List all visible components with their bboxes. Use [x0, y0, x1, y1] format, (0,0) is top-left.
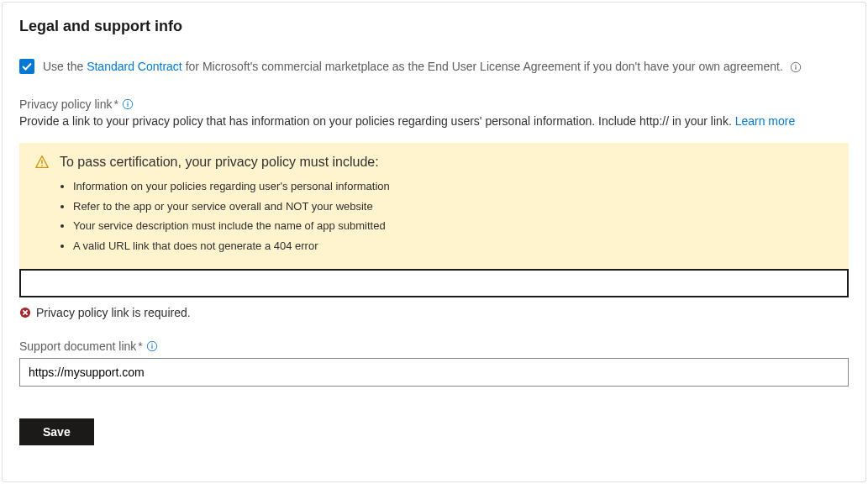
svg-rect-5: [127, 103, 128, 107]
standard-contract-row: Use the Standard Contract for Microsoft'…: [19, 59, 849, 74]
privacy-policy-input[interactable]: [19, 269, 849, 297]
standard-contract-checkbox[interactable]: [19, 59, 34, 74]
section-title: Legal and support info: [19, 18, 849, 35]
support-document-input[interactable]: [19, 358, 849, 387]
info-icon[interactable]: [122, 98, 134, 110]
warning-item: Refer to the app or your service overall…: [73, 198, 834, 215]
svg-point-4: [127, 102, 128, 103]
privacy-policy-required: *: [113, 97, 118, 111]
svg-rect-2: [795, 66, 796, 70]
svg-rect-6: [41, 160, 42, 164]
privacy-policy-error: Privacy policy link is required.: [19, 306, 849, 319]
svg-rect-11: [151, 345, 152, 349]
privacy-policy-label: Privacy policy link *: [19, 97, 849, 111]
standard-contract-prefix: Use the: [43, 60, 87, 73]
svg-point-10: [151, 344, 152, 345]
warning-item: Information on your policies regarding u…: [73, 178, 834, 195]
privacy-policy-description: Provide a link to your privacy policy th…: [19, 114, 849, 128]
warning-icon: [34, 155, 50, 170]
info-icon[interactable]: [790, 61, 802, 73]
checkmark-icon: [22, 61, 32, 71]
error-icon: [19, 307, 31, 318]
warning-title: To pass certification, your privacy poli…: [60, 155, 379, 170]
support-document-label-text: Support document link: [19, 339, 136, 353]
warning-item: A valid URL link that does not generate …: [73, 238, 834, 255]
warning-list: Information on your policies regarding u…: [34, 178, 834, 254]
svg-point-7: [41, 165, 43, 166]
error-text: Privacy policy link is required.: [36, 306, 191, 319]
warning-item: Your service description must include th…: [73, 218, 834, 234]
svg-point-1: [795, 65, 796, 66]
learn-more-link[interactable]: Learn more: [735, 114, 796, 128]
standard-contract-link[interactable]: Standard Contract: [87, 60, 182, 73]
standard-contract-suffix: for Microsoft's commercial marketplace a…: [182, 60, 783, 73]
certification-warning: To pass certification, your privacy poli…: [19, 143, 849, 269]
info-icon[interactable]: [146, 340, 158, 352]
standard-contract-label: Use the Standard Contract for Microsoft'…: [43, 60, 802, 73]
privacy-policy-label-text: Privacy policy link: [19, 97, 112, 111]
privacy-policy-description-text: Provide a link to your privacy policy th…: [19, 114, 735, 128]
support-document-required: *: [138, 339, 142, 353]
support-document-label: Support document link *: [19, 339, 849, 353]
save-button[interactable]: Save: [19, 418, 94, 445]
